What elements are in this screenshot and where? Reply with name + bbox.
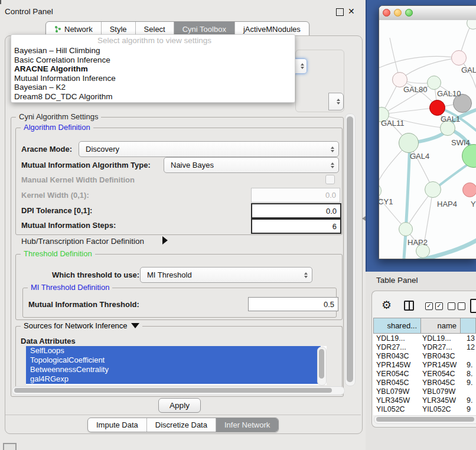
tab-discretize-data[interactable]: Discretize Data (147, 418, 216, 432)
dropdown-item[interactable]: Basic Correlation Inference (11, 56, 295, 65)
network-canvas[interactable]: GAL GAL80 GAL10 GAL1 GAL11 SWI4 GAL4 GCY… (379, 20, 476, 259)
column-header-partial[interactable] (460, 318, 476, 334)
table-row[interactable]: YLR345WYLR345W9. (373, 396, 476, 405)
attribute-list-item[interactable]: SelfLoops (26, 346, 321, 356)
network-combo-fragment[interactable] (328, 93, 344, 110)
zoom-window-icon[interactable] (405, 9, 413, 17)
dropdown-item-selected[interactable]: ARACNE Algorithm (11, 64, 295, 74)
attribute-list-scrollbar[interactable] (317, 347, 327, 386)
node-label: GAL1 (441, 115, 460, 123)
cell-name: YIL052C (422, 405, 451, 413)
aracne-mode-combo[interactable]: Discovery (79, 141, 339, 157)
checked-box-icon: ✓ (435, 302, 443, 310)
apply-button-label: Apply (169, 401, 190, 410)
kernel-width-field[interactable]: 0.0 (251, 188, 340, 203)
node-gal10[interactable] (427, 76, 441, 90)
table-row[interactable]: YBR043CYBR043C (373, 351, 476, 360)
tab-infer-network-label: Infer Network (224, 420, 270, 429)
cell-shared-name: YBL079W (376, 387, 409, 396)
table-row[interactable]: YIL052CYIL052C9 (373, 405, 476, 413)
stepper-down-icon (301, 67, 304, 69)
dropdown-item[interactable]: Bayesian – Hill Climbing (11, 46, 295, 56)
sources-legend-label: Sources for Network Inference (24, 321, 128, 330)
checked-box-icon: ✓ (425, 302, 433, 310)
column-header-name[interactable]: name (420, 318, 461, 334)
stepper-down-icon (331, 150, 334, 152)
node-label: GAL (461, 66, 476, 74)
node-gal1[interactable] (429, 100, 445, 116)
cell-shared-name: YBR043C (376, 352, 409, 360)
node-label: HAP2 (407, 238, 428, 247)
network-window: GAL GAL80 GAL10 GAL1 GAL11 SWI4 GAL4 GCY… (379, 5, 476, 259)
attribute-list: SelfLoops TopologicalCoefficient Between… (26, 346, 327, 385)
dropdown-item[interactable]: Bayesian – K2 (11, 83, 295, 92)
dropdown-item[interactable]: Mutual Information Inference (11, 74, 295, 83)
node-y-pink[interactable] (462, 182, 476, 197)
manual-kernel-label: Manual Kernel Width Definition (21, 175, 135, 184)
table-row[interactable]: YBR045CYBR045C9. (373, 378, 476, 387)
cell-name: YBL079W (422, 387, 455, 396)
tab-network-label: Network (64, 25, 93, 34)
threshold-definition-legend: Threshold Definition (21, 249, 95, 258)
hide-all-columns-icon[interactable] (448, 302, 465, 310)
aracne-mode-label: Aracne Mode: (21, 145, 72, 154)
node-hap2[interactable] (399, 222, 413, 236)
node-hap4[interactable] (425, 181, 441, 198)
manual-kernel-checkbox[interactable] (325, 175, 335, 184)
stepper-up-icon (301, 63, 304, 66)
table-row[interactable]: YPR145WYPR145W9. (373, 360, 476, 369)
expand-right-icon[interactable] (162, 236, 168, 244)
attribute-list-item[interactable]: gal4RGexp (26, 374, 321, 384)
cell-name: YDL19... (422, 334, 451, 343)
restore-panel-icon[interactable] (3, 443, 17, 450)
tab-impute-data[interactable]: Impute Data (88, 418, 147, 432)
tab-impute-data-label: Impute Data (96, 420, 138, 429)
mi-steps-value: 6 (332, 222, 337, 231)
mi-steps-field[interactable]: 6 (251, 219, 341, 234)
control-panel-title: Control Panel (5, 7, 53, 16)
table-row[interactable]: YER054CYER054C8. (373, 369, 476, 378)
show-all-columns-icon[interactable]: ✓ ✓ (425, 302, 443, 310)
column-header-shared[interactable]: shared... (373, 318, 421, 334)
stepper-up-icon (304, 272, 308, 275)
attribute-list-item[interactable]: BetweennessCentrality (26, 365, 321, 374)
cell-value: 9 (467, 405, 471, 413)
split-columns-icon[interactable] (404, 301, 414, 311)
panel-divider (5, 415, 361, 415)
minimize-window-icon[interactable] (394, 9, 402, 17)
dpi-tolerance-field[interactable]: 0.0 (251, 203, 341, 219)
mi-threshold-field[interactable]: 0.5 (248, 297, 338, 311)
stepper-down-icon (331, 166, 334, 168)
mi-threshold-legend: MI Threshold Definition (28, 283, 112, 292)
node-gal4[interactable] (399, 133, 419, 153)
table-row[interactable]: YBL079WYBL079W (373, 387, 476, 396)
which-threshold-combo[interactable]: MI Threshold (140, 267, 312, 283)
cell-value: 12 (467, 343, 475, 351)
node-gal2[interactable] (451, 50, 467, 66)
settings-vertical-scrollbar[interactable] (345, 113, 356, 386)
apply-button[interactable]: Apply (158, 398, 201, 413)
attribute-list-item[interactable]: TopologicalCoefficient (26, 356, 321, 365)
table-row[interactable]: YDL19...YDL19...13 (373, 334, 476, 343)
collapse-down-icon[interactable] (131, 323, 139, 328)
mi-type-combo[interactable]: Naive Bayes (164, 157, 339, 173)
node-label: GAL11 (381, 119, 405, 128)
table-options-gear-icon[interactable]: ⚙ (382, 298, 392, 312)
float-panel-icon[interactable] (336, 8, 344, 16)
cell-shared-name: YBR045C (376, 379, 409, 387)
close-window-icon[interactable] (383, 9, 390, 17)
node-label: Y (471, 200, 476, 208)
function-builder-icon[interactable] (470, 299, 476, 313)
cell-name: YLR345W (422, 396, 456, 405)
settings-horizontal-scrollbar[interactable] (12, 386, 345, 395)
table-row[interactable]: YDR27...YDR27...12 (373, 343, 476, 351)
dropdown-item[interactable]: Dream8 DC_TDC Algorithm (11, 92, 295, 102)
table-horizontal-scrollbar[interactable] (374, 415, 476, 424)
tab-infer-network[interactable]: Infer Network (216, 418, 278, 432)
network-window-titlebar[interactable] (379, 6, 476, 21)
close-panel-icon[interactable]: ✕ (348, 6, 355, 16)
cyni-settings-legend: Cyni Algorithm Settings (16, 112, 101, 121)
hub-definition-expander-label[interactable]: Hub/Transcription Factor Definition (21, 237, 144, 246)
data-attributes-label: Data Attributes (21, 337, 76, 345)
stepper-down-icon (304, 276, 308, 278)
